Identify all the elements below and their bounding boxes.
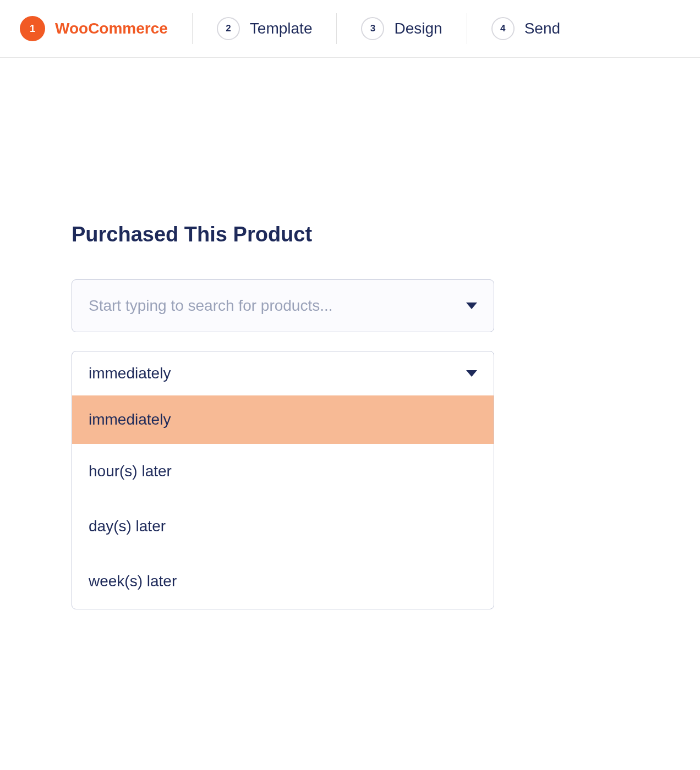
- step-number-2: 2: [217, 17, 240, 40]
- timing-option-hours[interactable]: hour(s) later: [72, 444, 494, 499]
- step-label-woocommerce: WooCommerce: [55, 20, 168, 37]
- step-number-1: 1: [20, 16, 45, 41]
- timing-option-weeks[interactable]: week(s) later: [72, 554, 494, 609]
- content-area: Purchased This Product Start typing to s…: [0, 58, 700, 609]
- section-title: Purchased This Product: [72, 223, 628, 246]
- timing-selected-text: immediately: [89, 365, 171, 382]
- step-send[interactable]: 4 Send: [491, 17, 560, 40]
- step-woocommerce[interactable]: 1 WooCommerce: [20, 16, 168, 41]
- step-divider: [192, 13, 193, 44]
- timing-option-immediately[interactable]: immediately: [72, 395, 494, 444]
- search-placeholder: Start typing to search for products...: [89, 297, 333, 315]
- step-divider: [467, 13, 467, 44]
- product-search-input[interactable]: Start typing to search for products...: [72, 279, 494, 332]
- step-number-3: 3: [361, 17, 384, 40]
- step-label-template: Template: [250, 20, 313, 37]
- step-design[interactable]: 3 Design: [361, 17, 442, 40]
- timing-dropdown-selected[interactable]: immediately: [72, 351, 494, 395]
- step-label-send: Send: [524, 20, 560, 37]
- timing-dropdown: immediately immediately hour(s) later da…: [72, 351, 494, 609]
- step-divider: [336, 13, 337, 44]
- stepper-nav: 1 WooCommerce 2 Template 3 Design 4 Send: [0, 0, 700, 58]
- caret-down-icon: [466, 302, 477, 309]
- caret-down-icon: [466, 370, 477, 377]
- step-number-4: 4: [491, 17, 515, 40]
- timing-option-days[interactable]: day(s) later: [72, 499, 494, 554]
- step-label-design: Design: [394, 20, 442, 37]
- step-template[interactable]: 2 Template: [217, 17, 313, 40]
